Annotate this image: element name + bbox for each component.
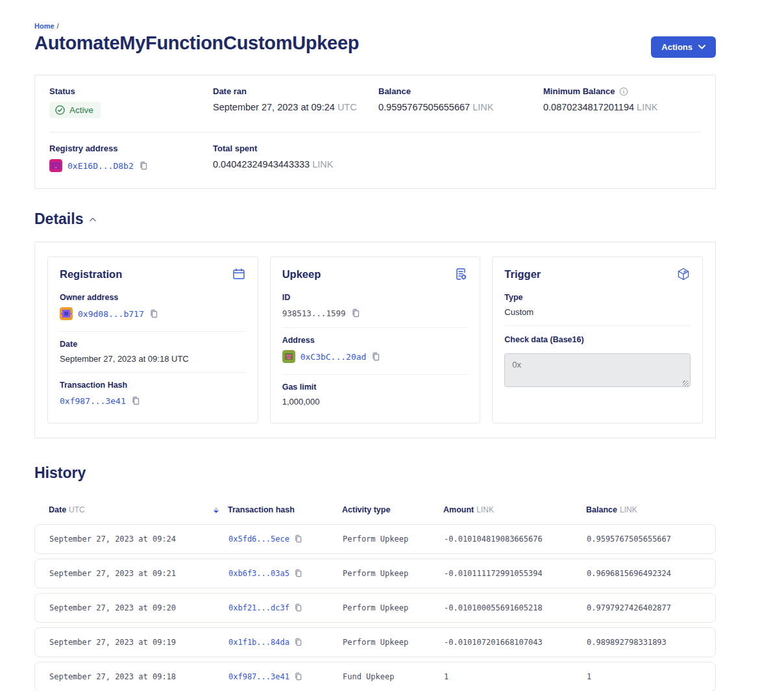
check-data-textarea[interactable] <box>504 353 691 387</box>
status-badge: Active <box>49 102 101 118</box>
copy-transaction-hash-button[interactable] <box>131 396 140 406</box>
upkeep-address-label: Address <box>282 336 469 345</box>
row-date: September 27, 2023 at 09:20 <box>49 603 228 612</box>
upkeep-address-group: Address 0xC3bC...20ad <box>282 328 469 375</box>
row-hash-cell: 0x1f1b...84da <box>228 638 343 647</box>
total-spent-field: Total spent 0.04042324943443333 LINK <box>213 144 701 175</box>
upkeep-id-value: 938513...1599 <box>282 308 360 318</box>
row-hash-cell: 0x5fd6...5ece <box>228 534 343 544</box>
copy-icon <box>139 161 148 171</box>
row-amount: -0.010111172991055394 <box>444 569 587 578</box>
actions-button-label: Actions <box>661 42 692 52</box>
document-gear-icon <box>454 267 468 281</box>
trigger-card: Trigger Type Custom Check data (Base16) <box>492 257 703 423</box>
column-header-date-text: Date <box>49 505 66 514</box>
registration-date-group: Date September 27, 2023 at 09:18 UTC <box>60 332 246 373</box>
row-hash-cell: 0xbf21...dc3f <box>228 603 343 612</box>
copy-upkeep-id-button[interactable] <box>351 308 360 318</box>
registry-identicon <box>49 159 62 172</box>
row-hash-link[interactable]: 0x5fd6...5ece <box>228 534 289 544</box>
balance-unit: LINK <box>472 102 493 112</box>
trigger-title: Trigger <box>504 268 541 281</box>
copy-icon <box>131 396 140 406</box>
row-balance: 0.9797927426402877 <box>587 603 701 612</box>
column-header-balance: BalanceLINK <box>586 505 702 514</box>
check-data-wrap <box>504 352 691 390</box>
balance-amount: 0.9595767505655667 <box>378 102 470 112</box>
copy-registry-address-button[interactable] <box>139 161 148 171</box>
balance-value: 0.9595767505655667 LINK <box>378 102 543 112</box>
registration-card-header: Registration <box>60 267 246 281</box>
registration-card: Registration Owner address 0x9d08...b717… <box>47 257 258 423</box>
upkeep-card-header: Upkeep <box>282 267 469 281</box>
sort-icon[interactable] <box>214 507 219 513</box>
registration-title: Registration <box>60 268 122 281</box>
info-icon[interactable] <box>619 87 628 96</box>
column-header-date[interactable]: DateUTC <box>49 505 228 514</box>
copy-row-hash-button[interactable] <box>294 638 302 647</box>
row-activity: Perform Upkeep <box>343 603 444 612</box>
copy-upkeep-address-button[interactable] <box>371 352 380 362</box>
registry-address-link[interactable]: 0xE16D...D8b2 <box>67 161 134 171</box>
row-activity: Perform Upkeep <box>343 569 444 578</box>
row-date: September 27, 2023 at 09:18 <box>49 672 228 681</box>
actions-button[interactable]: Actions <box>651 36 716 58</box>
trigger-card-header: Trigger <box>504 267 691 281</box>
registration-date-label: Date <box>60 340 246 349</box>
details-heading: Details <box>34 210 83 228</box>
copy-row-hash-button[interactable] <box>294 672 302 681</box>
row-date: September 27, 2023 at 09:24 <box>49 534 228 544</box>
row-balance: 0.9595767505655667 <box>587 534 701 544</box>
registry-address-label: Registry address <box>49 144 213 153</box>
details-grid: Registration Owner address 0x9d08...b717… <box>47 257 703 423</box>
copy-icon <box>294 638 302 647</box>
gas-limit-group: Gas limit 1,000,000 <box>282 375 469 415</box>
copy-icon <box>294 603 302 612</box>
page-title: AutomateMyFunctionCustomUpkeep <box>34 32 359 54</box>
min-balance-value: 0.0870234817201194 LINK <box>543 102 701 112</box>
registration-date-value: September 27, 2023 at 09:18 UTC <box>60 354 246 364</box>
owner-address-value: 0x9d08...b717 <box>60 307 158 320</box>
status-field: Status Active <box>49 86 213 118</box>
row-hash-link[interactable]: 0xbf21...dc3f <box>228 603 289 612</box>
balance-label: Balance <box>378 86 543 96</box>
column-header-balance-text: Balance <box>586 505 617 514</box>
row-date: September 27, 2023 at 09:19 <box>49 638 228 647</box>
transaction-hash-label: Transaction Hash <box>60 381 246 390</box>
row-hash-link[interactable]: 0xb6f3...03a5 <box>228 569 289 578</box>
breadcrumb-home-link[interactable]: Home <box>34 22 55 30</box>
upkeep-address-link[interactable]: 0xC3bC...20ad <box>300 352 367 362</box>
row-hash-link[interactable]: 0x1f1b...84da <box>228 638 289 647</box>
date-ran-suffix: UTC <box>337 102 357 112</box>
upkeep-id-label: ID <box>282 293 469 302</box>
row-balance: 1 <box>587 672 701 681</box>
copy-owner-address-button[interactable] <box>149 309 158 319</box>
row-amount: -0.010107201668107043 <box>444 638 587 647</box>
date-ran-value: September 27, 2023 at 09:24 UTC <box>213 102 378 112</box>
row-hash-cell: 0xf987...3e41 <box>228 672 343 681</box>
check-circle-icon <box>55 105 65 115</box>
registry-address-value: 0xE16D...D8b2 <box>49 159 148 172</box>
min-balance-label: Minimum Balance <box>543 86 701 96</box>
owner-address-link[interactable]: 0x9d08...b717 <box>78 309 144 319</box>
chevron-down-icon <box>698 45 705 49</box>
chevron-up-icon[interactable] <box>90 218 96 221</box>
transaction-hash-link[interactable]: 0xf987...3e41 <box>60 396 126 406</box>
cube-icon <box>676 267 691 281</box>
copy-icon <box>351 308 360 318</box>
copy-row-hash-button[interactable] <box>294 569 302 578</box>
gas-limit-label: Gas limit <box>282 383 469 392</box>
total-spent-value: 0.04042324943443333 LINK <box>213 159 701 170</box>
copy-row-hash-button[interactable] <box>294 534 302 544</box>
summary-row-1: Status Active Date ran September 27, 202… <box>35 75 715 132</box>
row-activity: Perform Upkeep <box>343 534 444 544</box>
copy-row-hash-button[interactable] <box>294 603 302 612</box>
column-header-date-unit: UTC <box>69 505 85 514</box>
row-hash-link[interactable]: 0xf987...3e41 <box>228 672 289 681</box>
total-spent-unit: LINK <box>312 159 333 170</box>
trigger-type-label: Type <box>504 293 691 302</box>
transaction-hash-value: 0xf987...3e41 <box>60 396 140 406</box>
upkeep-id-text: 938513...1599 <box>282 308 346 318</box>
date-ran-label: Date ran <box>213 86 378 96</box>
gas-limit-value: 1,000,000 <box>282 397 469 407</box>
